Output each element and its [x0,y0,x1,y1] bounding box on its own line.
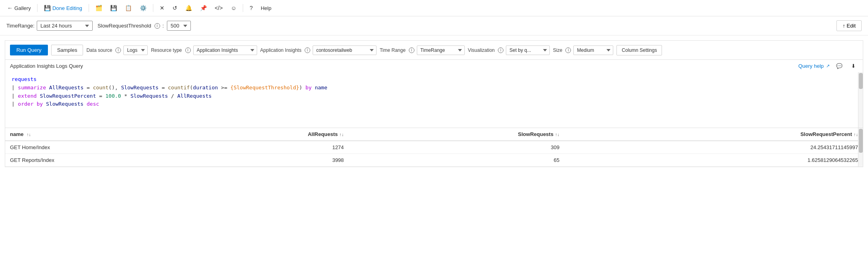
resource-type-info-icon: i [185,47,191,53]
data-source-group: Data source i Logs [86,45,148,55]
size-info-icon: i [565,47,571,53]
close-button[interactable]: ✕ [157,3,168,13]
refresh-button[interactable]: ↺ [169,3,180,13]
gallery-button[interactable]: ← Gallery [4,3,34,13]
run-query-button[interactable]: Run Query [10,45,48,55]
close-icon: ✕ [160,5,164,11]
code-keyword-order: order by [18,100,43,108]
samples-button[interactable]: Samples [51,45,83,55]
sort-icon-all-requests: ↑↓ [339,132,344,137]
sort-icon-name: ↑↓ [27,132,31,137]
slow-request-filter: SlowRequestThreshold i : 500 [97,21,191,31]
external-link-icon: ↗ [826,63,830,69]
query-editor-header: Application Insights Logs Query Query he… [5,60,863,72]
col-header-name[interactable]: name ↑↓ [5,128,133,141]
edit-label: ↑ Edit [842,23,856,29]
edit-button[interactable]: ↑ Edit [836,20,862,31]
code-line-3: | extend SlowRequestPercent = 100.0 * Sl… [12,92,856,100]
code-table-name: requests [12,75,37,84]
slow-request-label: SlowRequestThreshold [97,23,151,29]
col-header-slow-pct[interactable]: SlowRequestPercent↑↓ [564,128,863,141]
query-download-button[interactable]: ⬇ [849,62,858,70]
back-icon: ← [7,5,13,11]
editor-scrollbar-thumb [859,73,863,89]
copy-icon: 📋 [125,5,132,11]
query-chat-icon-button[interactable]: 💬 [834,62,845,70]
data-source-label: Data source [86,47,112,53]
code-line-2: | summarize AllRequests = count(), SlowR… [12,84,856,92]
code-line-1: requests [12,75,856,84]
done-editing-label: Done Editing [52,5,82,11]
time-range-query-group: Time Range i TimeRange [380,45,465,55]
slow-request-select[interactable]: 500 [167,21,191,31]
resource-type-select[interactable]: Application Insights [193,45,257,55]
settings-button[interactable]: ⚙️ [137,3,150,13]
file-icon-button[interactable]: 🗂️ [92,3,105,13]
save-button[interactable]: 💾 [107,3,120,13]
code-icon: </> [215,5,223,11]
help-button[interactable]: Help [258,4,275,13]
table-header-row: name ↑↓ AllRequests↑↓ SlowRequests↑↓ Slo… [5,128,863,141]
app-insights-group: Application Insights i contosoretailweb [260,45,377,55]
query-help-label: Query help [798,63,824,69]
table-row: GET Reports/Index 3998 65 1.625812906453… [5,154,863,167]
results-table-wrapper: name ↑↓ AllRequests↑↓ SlowRequests↑↓ Slo… [5,128,863,167]
help-icon-button[interactable]: ? [246,3,256,13]
row-2-name: GET Reports/Index [5,154,133,167]
data-source-select[interactable]: Logs [123,45,148,55]
col-header-slow-requests[interactable]: SlowRequests↑↓ [349,128,564,141]
pin-button[interactable]: 📌 [197,3,210,13]
code-keyword-extend: extend [18,92,37,100]
query-code-area[interactable]: requests | summarize AllRequests = count… [5,72,863,128]
time-range-query-info-icon: i [409,47,414,53]
help-label: Help [261,5,271,11]
row-1-slow-requests: 309 [349,141,564,154]
table-scrollbar-thumb [859,129,863,153]
app-insights-label: Application Insights [260,47,301,53]
copy-button[interactable]: 📋 [122,3,135,13]
time-range-select[interactable]: Last 24 hours [37,21,93,31]
filter-bar: TimeRange: Last 24 hours SlowRequestThre… [0,16,868,35]
bell-icon: 🔔 [185,5,192,11]
editor-scrollbar[interactable] [858,72,863,128]
toolbar-separator-4 [243,4,243,12]
column-settings-button[interactable]: Column Settings [616,45,662,55]
gallery-label: Gallery [14,5,31,11]
time-range-filter: TimeRange: Last 24 hours [6,21,93,31]
smiley-icon: ☺ [231,5,236,11]
row-1-slow-pct: 24.25431711145997 [564,141,863,154]
run-query-label: Run Query [16,47,42,53]
toolbar-separator-3 [153,4,153,12]
notifications-button[interactable]: 🔔 [182,3,195,13]
visualization-group: Visualization i Set by q... [468,45,550,55]
time-range-label: TimeRange: [6,23,34,29]
edit-button-area: ↑ Edit [836,20,862,31]
emoji-button[interactable]: ☺ [228,3,240,13]
query-toolbar: Run Query Samples Data source i Logs Res… [5,41,863,60]
main-content: Run Query Samples Data source i Logs Res… [5,40,863,167]
row-2-slow-pct: 1.6258129064532265 [564,154,863,167]
table-scrollbar[interactable] [858,128,863,167]
visualization-select[interactable]: Set by q... [506,45,550,55]
row-1-name: GET Home/Index [5,141,133,154]
row-2-all-requests: 3998 [133,154,349,167]
data-source-info-icon: i [115,47,121,53]
size-label: Size [553,47,562,53]
visualization-label: Visualization [468,47,495,53]
gear-icon: ⚙️ [140,5,147,11]
query-help-link[interactable]: Query help ↗ [798,63,830,69]
resource-type-group: Resource type i Application Insights [151,45,257,55]
refresh-icon: ↺ [172,5,177,11]
size-select[interactable]: Medium [573,45,613,55]
file-icon: 🗂️ [95,5,102,11]
download-icon: ⬇ [851,63,856,69]
disk-icon: 💾 [110,5,117,11]
done-editing-button[interactable]: 💾 Done Editing [41,3,85,13]
time-range-query-select[interactable]: TimeRange [417,45,465,55]
app-insights-select[interactable]: contosoretailweb [313,45,377,55]
code-button[interactable]: </> [212,3,226,13]
time-range-query-label: Time Range [380,47,406,53]
col-header-all-requests[interactable]: AllRequests↑↓ [133,128,349,141]
samples-label: Samples [57,47,77,53]
table-row: GET Home/Index 1274 309 24.2543171114599… [5,141,863,154]
